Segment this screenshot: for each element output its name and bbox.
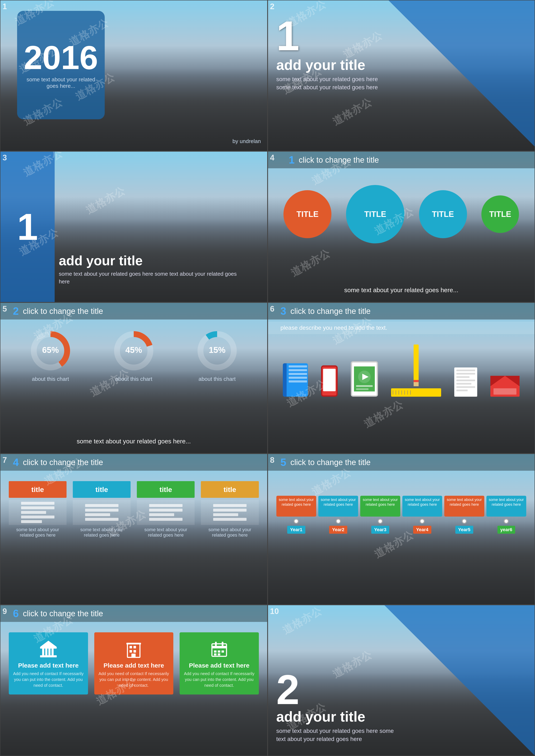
icon-document [454, 368, 477, 397]
slide-9-card-sub-3: Add you need of contact If necessarily y… [184, 671, 255, 688]
slide-8-topbar-title: click to change the title [290, 458, 370, 467]
slide-1-byline: by undrelan [233, 138, 261, 145]
slide-9-card-icon-3 [209, 639, 230, 659]
icon-pencil-ruler [391, 345, 441, 397]
slide-6-num-badge: 6 [270, 304, 274, 314]
svg-rect-30 [215, 642, 217, 646]
slide-5-donut-2-label: about this chart [115, 376, 152, 382]
slide-4-circle-label-1: TITLE [283, 190, 331, 238]
slide-3-num: 1 [17, 205, 38, 248]
slide-10: 2 add your title some text about your re… [268, 605, 535, 756]
slide-7-col-text-2: some text about your related goes here [73, 527, 130, 538]
slide-8-bubble-6: some text about your related goes here [486, 496, 526, 517]
slide-8-t-4: some text about your related goes here Y… [402, 496, 442, 534]
slide-8-timeline-row: some text about your related goes here Y… [276, 496, 526, 534]
slide-9-card-sub-2: Add you need of contact If necessarily y… [99, 671, 169, 688]
slide-5-donut-1-svg: 65% [28, 328, 73, 374]
slide-8-t-3: some text about your related goes here Y… [360, 496, 400, 534]
svg-text:45%: 45% [126, 345, 142, 354]
slide-8-t-2: some text about your related goes here Y… [318, 496, 358, 534]
slide-8-topbar-num: 5 [281, 456, 286, 468]
slide-5-donut-3-svg: 15% [194, 328, 240, 374]
slide-9-card-2: Please add text here Add you need of con… [94, 632, 174, 694]
slide-8-dot-1 [294, 519, 299, 524]
slide-7-col-header-3: title [137, 481, 195, 498]
slide-4: 1 click to change the title TITLE TITLE … [268, 151, 535, 302]
svg-rect-12 [356, 385, 373, 387]
slide-4-bottom-text: some text about your related goes here..… [268, 287, 535, 294]
svg-text:15%: 15% [209, 345, 225, 354]
slide-2-desc: some text about your related goes here s… [276, 75, 380, 91]
slide-7-col-header-1: title [9, 481, 67, 498]
svg-rect-19 [51, 649, 54, 655]
slide-7-topbar-num: 4 [13, 456, 19, 468]
device-phone-screen [323, 369, 336, 391]
icon-envelope [491, 376, 520, 397]
icon-tablet [351, 361, 378, 397]
slide-10-content: 2 add your title some text about your re… [276, 671, 402, 743]
slide-7-col-text-4: some text about your related goes here [201, 527, 259, 538]
icon-phone [321, 365, 338, 397]
slide-5-bottom-text: some text about your related goes here..… [0, 438, 267, 445]
slide-7-col-2: title some text about your related goes … [73, 481, 130, 538]
slide-7-col-icon-4 [201, 500, 259, 525]
slide-grid: 2016 some text about your related goes h… [0, 0, 535, 756]
slide-8: 5 click to change the title some text ab… [268, 454, 535, 605]
slide-7-col-icon-1 [9, 500, 67, 525]
slide-5-donut-2: 45% about this chart [111, 328, 156, 382]
slide-2-triangle [389, 0, 535, 146]
slide-9-cards: Please add text here Add you need of con… [9, 632, 259, 694]
slide-7-col-4: title some text about your related goes … [201, 481, 259, 538]
slide-5-donut-1-label: about this chart [32, 376, 69, 382]
slide-10-num: 2 [276, 671, 402, 709]
device-pencil [414, 345, 419, 386]
slide-6: 3 click to change the title please descr… [268, 302, 535, 454]
slide-8-t-1: some text about your related goes here Y… [276, 496, 316, 534]
slide-2: 1 add your title some text about your re… [268, 0, 535, 151]
slide-4-topbar: 1 click to change the title [268, 152, 535, 168]
slide-6-topbar: 3 click to change the title [268, 303, 535, 320]
svg-rect-33 [218, 651, 220, 653]
slide-5: 2 click to change the title 65% about th… [0, 302, 268, 454]
slide-8-year-5: Year5 [455, 526, 473, 534]
road-overlay-8 [268, 521, 535, 604]
slide-4-topbar-title: click to change the title [299, 155, 379, 165]
slide-7-col-icon-2 [73, 500, 130, 525]
slide-2-content: 1 add your title some text about your re… [276, 17, 380, 91]
slide-3-title: add your title [59, 253, 246, 268]
slide-10-desc: some text about your related goes here s… [276, 727, 402, 743]
slide-8-topbar: 5 click to change the title [268, 454, 535, 471]
device-envelope [491, 376, 520, 397]
icon-book [283, 363, 308, 397]
slide-4-circle-label-2: TITLE [346, 185, 405, 243]
slide-5-topbar-num: 2 [13, 305, 19, 317]
slide-8-num-badge: 8 [270, 456, 274, 465]
slide-9-card-icon-1 [38, 639, 59, 659]
slide-8-dot-3 [378, 519, 383, 524]
device-book [283, 363, 308, 397]
slide-7-col-text-3: some text about your related goes here [137, 527, 195, 538]
slide-3-left-panel: 1 [0, 152, 55, 302]
slide-9-card-3: Please add text here Add you need of con… [180, 632, 259, 694]
slide-3-num-badge: 3 [3, 153, 7, 162]
slide-2-title: add your title [276, 57, 380, 73]
slide-10-title: add your title [276, 709, 402, 725]
svg-rect-29 [212, 646, 227, 648]
slide-5-donut-2-svg: 45% [111, 328, 156, 374]
slide-9-card-sub-1: Add you need of contact If necessarily y… [13, 671, 84, 688]
svg-rect-22 [129, 646, 132, 648]
slide-7-num-badge: 7 [3, 456, 7, 465]
slide-1-blue-box: 2016 some text about your related goes h… [17, 11, 105, 119]
slide-3: 1 add your title some text about your re… [0, 151, 268, 302]
svg-rect-36 [218, 654, 220, 656]
svg-rect-27 [127, 643, 141, 644]
slide-5-num-badge: 5 [3, 304, 7, 314]
slide-1: 2016 some text about your related goes h… [0, 0, 268, 151]
slide-4-circle-4: TITLE [481, 195, 519, 233]
slide-1-subtext: some text about your related goes here..… [17, 76, 105, 89]
svg-rect-35 [214, 654, 216, 656]
svg-rect-18 [48, 649, 50, 655]
svg-rect-14 [40, 655, 57, 658]
svg-rect-32 [214, 651, 216, 653]
slide-7-topbar-title: click to change the title [23, 458, 103, 467]
